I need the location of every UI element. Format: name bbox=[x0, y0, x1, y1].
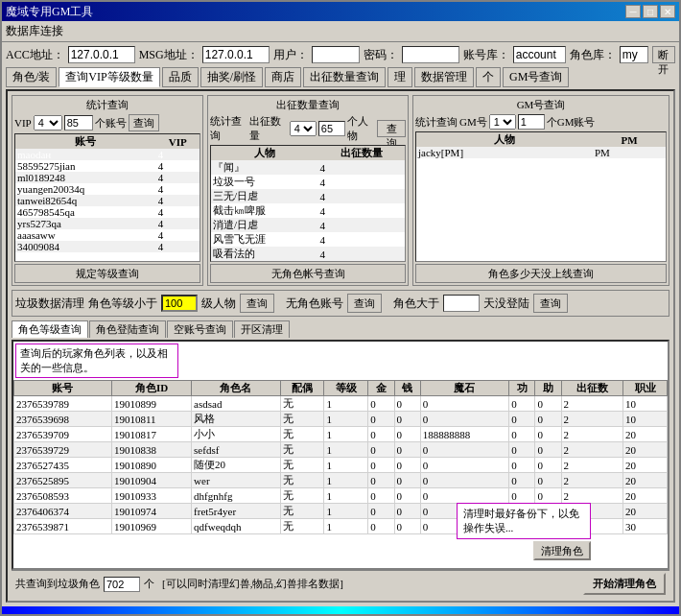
table-row[interactable]: yuangen20034q4 bbox=[15, 183, 200, 195]
user-input[interactable] bbox=[312, 46, 360, 63]
gm-select[interactable]: 1 bbox=[489, 114, 516, 130]
tab2-empty[interactable]: 空账号查询 bbox=[167, 320, 233, 338]
expedition-query-button[interactable]: 查询 bbox=[377, 120, 406, 137]
level-unit-label: 级人物 bbox=[201, 296, 236, 312]
tab2-login[interactable]: 角色登陆查询 bbox=[89, 320, 166, 338]
table-row[interactable]: 垃圾一号4 bbox=[211, 175, 405, 189]
bottom-tabs: 角色等级查询 角色登陆查询 空账号查询 开区清理 bbox=[12, 320, 669, 338]
maximize-button[interactable]: □ bbox=[643, 5, 658, 18]
expedition-unit-label: 个人物 bbox=[347, 114, 376, 143]
expedition-count-input[interactable] bbox=[318, 121, 345, 136]
clean-role-label: 清理角色 bbox=[541, 545, 583, 557]
col-expedition: 出征数 bbox=[561, 381, 623, 396]
tab-expedition[interactable]: 出征数量查询 bbox=[303, 67, 386, 87]
msg-addr-input[interactable] bbox=[202, 46, 270, 63]
table-row[interactable]: aaasaww4 bbox=[15, 229, 200, 241]
col-job: 职业 bbox=[623, 381, 668, 396]
gm-col-pm: PM bbox=[593, 132, 666, 147]
expedition-controls: 统计查询 出征数量 4 个人物 查询 bbox=[210, 114, 406, 143]
tab-shop[interactable]: 商店 bbox=[265, 67, 301, 87]
tab-gm[interactable]: GM号查询 bbox=[503, 67, 569, 87]
expedition-select[interactable]: 4 bbox=[290, 121, 317, 136]
table-row[interactable]: 237653969819010811风格无100000210 bbox=[14, 412, 668, 427]
note-label: [可以同时清理幻兽,物品,幻兽排名数据] bbox=[162, 577, 343, 591]
acc-addr-input[interactable] bbox=[68, 46, 135, 63]
table-row[interactable]: maodан4 bbox=[15, 149, 200, 160]
acctdb-input[interactable] bbox=[513, 46, 566, 63]
menu-bar: 数据库连接 bbox=[2, 21, 679, 42]
tab-lottery[interactable]: 抽奖/刷怪 bbox=[200, 67, 263, 87]
vip-count-input[interactable] bbox=[64, 115, 93, 130]
roledb-label: 角色库： bbox=[570, 47, 616, 63]
level-search-button[interactable]: 查询 bbox=[240, 294, 274, 313]
no-role-acct-button[interactable]: 无角色帐号查询 bbox=[210, 264, 406, 283]
no-role-search-button[interactable]: 查询 bbox=[347, 294, 382, 313]
gm-list[interactable]: 人物PM jacky[PM]PM bbox=[415, 131, 667, 262]
acctdb-label: 账号库： bbox=[463, 47, 509, 63]
bottom-bar: 共查询到垃圾角色 个 [可以同时清理幻兽,物品,幻兽排名数据] 开始清理角色 bbox=[12, 570, 669, 597]
backup-text: 清理时最好备份下，以免操作失误... bbox=[463, 508, 579, 533]
disconnect-button[interactable]: 断开 bbox=[652, 46, 675, 63]
gm-count-input[interactable] bbox=[518, 114, 545, 130]
tab-misc[interactable]: 个 bbox=[476, 67, 501, 87]
gm-controls: 统计查询 GM号 1 个GM账号 bbox=[415, 114, 667, 130]
gm-unit-label: 个GM账号 bbox=[547, 115, 596, 130]
level-input[interactable] bbox=[161, 295, 198, 312]
table-row[interactable]: 『闻』4 bbox=[211, 160, 405, 175]
table-row[interactable]: 吸看法的4 bbox=[211, 247, 405, 261]
table-row[interactable]: 58595275jian4 bbox=[15, 160, 200, 172]
count-label1: 共查询到垃圾角色 bbox=[15, 577, 100, 591]
expedition-list[interactable]: 人物出征数量 『闻』4 垃圾一号4 三无/日虐4 截击㎞啤服4 消遣/日虐4 风… bbox=[210, 145, 406, 262]
col-merit: 功 bbox=[509, 381, 535, 396]
address-bar: ACC地址： MSG地址： 用户： 密码： 账号库： 角色库： 断开 bbox=[6, 46, 675, 63]
table-row[interactable]: 截击㎞啤服4 bbox=[211, 203, 405, 218]
table-row[interactable]: 465798545qa4 bbox=[15, 206, 200, 218]
pwd-input[interactable] bbox=[402, 46, 459, 63]
user-label: 用户： bbox=[273, 47, 308, 63]
days-input[interactable] bbox=[443, 295, 480, 312]
table-row[interactable]: 237653972919010838sefdsf无100000220 bbox=[14, 442, 668, 458]
vip-query-title: 统计查询 bbox=[14, 98, 200, 112]
offline-days-button[interactable]: 角色多少天没上线查询 bbox=[415, 264, 667, 283]
trash-count-input[interactable] bbox=[104, 577, 140, 592]
start-clean-button[interactable]: 开始清理角色 bbox=[583, 573, 666, 595]
vip-query-button[interactable]: 查询 bbox=[129, 114, 159, 131]
roledb-input[interactable] bbox=[620, 46, 648, 63]
level-query-button[interactable]: 规定等级查询 bbox=[14, 264, 200, 283]
tab-data[interactable]: 数据管理 bbox=[414, 67, 474, 87]
expedition-title: 出征数量查询 bbox=[210, 98, 406, 112]
vip-select[interactable]: 4 bbox=[34, 115, 62, 130]
table-row[interactable]: ml01892484 bbox=[15, 172, 200, 183]
vip-label: VIP bbox=[14, 117, 32, 129]
trash-label: 垃圾数据清理 bbox=[15, 296, 84, 312]
table-row[interactable]: 风雪飞无涯4 bbox=[211, 232, 405, 247]
table-row[interactable]: 三无/日虐4 bbox=[211, 189, 405, 203]
table-row[interactable]: jacky[PM]PM bbox=[416, 147, 666, 158]
table-row[interactable]: tanwei82654q4 bbox=[15, 195, 200, 206]
clean-role-button[interactable]: 清理角色 bbox=[533, 541, 591, 560]
days-search-button[interactable]: 查询 bbox=[533, 294, 568, 313]
table-row[interactable]: 237652589519010904wer无100000220 bbox=[14, 473, 668, 488]
table-row[interactable]: 237653978919010899asdsad无100000210 bbox=[14, 396, 668, 412]
expedition-query-box: 出征数量查询 统计查询 出征数量 4 个人物 查询 人物出征数量 bbox=[207, 95, 409, 286]
table-row[interactable]: 237653970919010817小小无10018888888800220 bbox=[14, 427, 668, 442]
vip-list[interactable]: 账号VIP maodан4 58595275jian4 ml01892484 y… bbox=[14, 133, 200, 262]
table-row[interactable]: 237650859319010933dhfgnhfg无100000220 bbox=[14, 488, 668, 504]
tab-manage[interactable]: 理 bbox=[387, 67, 412, 87]
tab-vip[interactable]: 查询VIP等级数量 bbox=[59, 67, 159, 87]
minimize-button[interactable]: ─ bbox=[625, 5, 641, 18]
menu-item-db[interactable]: 数据库连接 bbox=[6, 24, 63, 37]
vip-query-controls: VIP 4 个账号 查询 bbox=[14, 114, 200, 131]
table-row[interactable]: yrs5273qa4 bbox=[15, 218, 200, 229]
table-row[interactable]: 消遣/日虐4 bbox=[211, 218, 405, 232]
title-bar: 魔域专用GM工具 ─ □ ✕ bbox=[2, 2, 679, 21]
tab-quality[interactable]: 品质 bbox=[162, 67, 199, 87]
bottom-table-area: 查询后的玩家角色列表，以及相关的一些信息。 账号 角色ID 角色名 配偶 等级 bbox=[12, 340, 669, 570]
tab2-level[interactable]: 角色等级查询 bbox=[12, 320, 88, 338]
tab2-open[interactable]: 开区清理 bbox=[234, 320, 290, 338]
table-row[interactable]: 340090844 bbox=[15, 241, 200, 252]
tab-role[interactable]: 角色/装 bbox=[6, 67, 57, 87]
gm-query-box: GM号查询 统计查询 GM号 1 个GM账号 人物PM jacky[PM] bbox=[412, 95, 669, 286]
table-row[interactable]: 237652743519010890随便20无100000220 bbox=[14, 458, 668, 473]
close-button[interactable]: ✕ bbox=[660, 5, 675, 18]
